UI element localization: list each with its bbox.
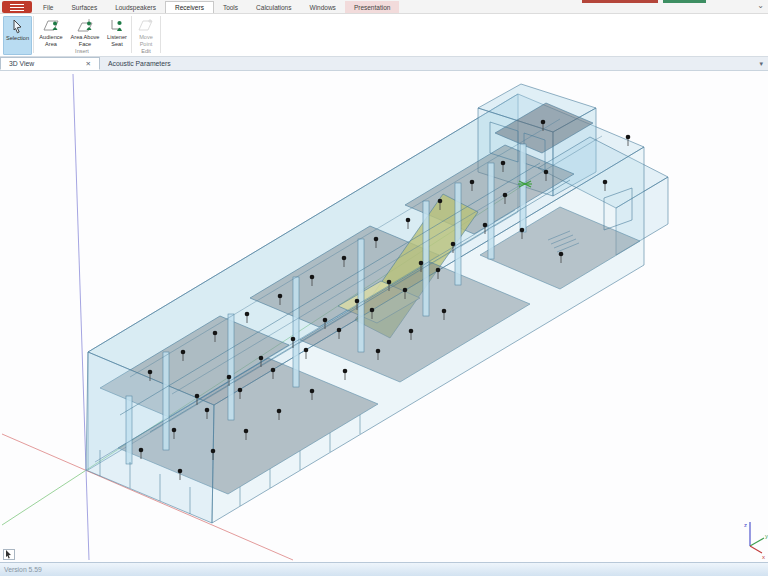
gizmo-label-z: z [744,522,747,528]
ribbon-tab-windows[interactable]: Windows [301,1,345,13]
receiver-point[interactable] [278,294,283,299]
receiver-point[interactable] [483,223,488,228]
receiver-point[interactable] [419,261,424,266]
receiver-point[interactable] [227,375,232,380]
move-point-icon [137,18,155,33]
edit-group-label: Edit [134,48,158,54]
tab-label: 3D View [9,60,34,67]
receiver-point[interactable] [323,318,328,323]
menu-icon [10,4,24,11]
group-separator [33,16,34,53]
receiver-point[interactable] [409,329,414,334]
selection-cursor-icon [10,19,25,34]
ribbon-tab-presentation[interactable]: Presentation [345,1,400,13]
receiver-point[interactable] [213,331,218,336]
ribbon-tab-surfaces[interactable]: Surfaces [62,1,106,13]
button-label: Area Above Face [68,34,102,47]
tab-label: Acoustic Parameters [108,60,171,67]
insert-group-label: Insert [62,48,102,54]
receiver-point[interactable] [541,120,546,125]
receiver-point[interactable] [211,449,216,454]
listener-seat-icon [109,18,126,33]
column[interactable] [358,239,364,352]
receiver-point[interactable] [376,349,381,354]
audience-area-icon [42,18,61,33]
ribbon-tab-tools[interactable]: Tools [214,1,247,13]
column[interactable] [163,352,169,450]
receiver-point[interactable] [244,429,249,434]
column[interactable] [520,144,526,232]
cursor-icon [5,550,13,559]
column[interactable] [293,277,299,387]
receiver-point[interactable] [374,237,379,242]
receiver-point[interactable] [195,394,200,399]
column[interactable] [455,183,461,285]
receiver-point[interactable] [436,268,441,273]
tab-3d-view[interactable]: 3D View ✕ [0,57,100,70]
app-menu-button[interactable] [2,1,32,13]
receiver-point[interactable] [172,428,177,433]
ribbon-tab-loudspeakers[interactable]: Loudspeakers [106,1,165,13]
listener-seat-button[interactable]: Listener Seat [103,16,131,55]
receiver-point[interactable] [370,308,375,313]
ribbon-tab-receivers[interactable]: Receivers [165,1,214,13]
receiver-point[interactable] [337,328,342,333]
receiver-point[interactable] [520,228,525,233]
receiver-point[interactable] [259,356,264,361]
receiver-point[interactable] [470,180,475,185]
receiver-point[interactable] [245,312,250,317]
receiver-point[interactable] [626,135,631,140]
ribbon-tab-calculations[interactable]: Calculations [247,1,300,13]
3d-scene-viewport[interactable]: zyx [0,0,768,562]
receiver-point[interactable] [342,256,347,261]
receiver-point[interactable] [271,368,276,373]
receiver-point[interactable] [442,309,447,314]
chevron-down-icon[interactable]: ⌄ [757,1,764,10]
area-above-face-icon [76,18,95,33]
receiver-point[interactable] [403,288,408,293]
gizmo-axis-x [750,546,762,553]
receiver-point[interactable] [503,193,508,198]
ribbon-tab-file[interactable]: File [34,1,62,13]
selection-button[interactable]: Selection [3,16,32,55]
receiver-point[interactable] [343,369,348,374]
auto-hide-icon[interactable]: ▾ [759,60,763,68]
tab-acoustic-parameters[interactable]: Acoustic Parameters [100,57,179,70]
green-accent-strip [663,0,706,3]
z-axis-line [73,74,89,560]
gizmo-axis-y [750,538,764,546]
receiver-point[interactable] [181,350,186,355]
receiver-point[interactable] [438,199,443,204]
column[interactable] [126,396,132,464]
viewport-cursor-mode-button[interactable] [3,549,15,560]
group-separator [160,16,161,53]
column[interactable] [423,201,429,316]
receiver-point[interactable] [178,469,183,474]
receiver-point[interactable] [310,275,315,280]
receiver-point[interactable] [148,370,153,375]
receiver-point[interactable] [451,242,456,247]
receiver-point[interactable] [310,389,315,394]
receiver-point[interactable] [406,218,411,223]
close-icon[interactable]: ✕ [86,60,91,68]
receiver-point[interactable] [238,388,243,393]
column[interactable] [228,314,234,420]
receiver-point[interactable] [304,348,309,353]
version-label: Version 5.59 [4,566,42,573]
receiver-point[interactable] [544,170,549,175]
receiver-point[interactable] [291,337,296,342]
ribbon-tab-bar: File Surfaces Loudspeakers Receivers Too… [0,0,768,14]
status-bar: Version 5.59 [0,562,768,576]
receiver-point[interactable] [501,161,506,166]
receiver-point[interactable] [277,409,282,414]
receiver-point[interactable] [355,299,360,304]
receiver-point[interactable] [387,280,392,285]
receiver-point[interactable] [559,252,564,257]
receiver-point[interactable] [205,408,210,413]
receiver-point[interactable] [603,180,608,185]
red-accent-strip [582,0,658,3]
gizmo-label-x: x [762,554,765,560]
receiver-point[interactable] [139,448,144,453]
application-window: zyx File Surfaces Loudspeakers Receivers… [0,0,768,576]
column[interactable] [488,163,494,259]
